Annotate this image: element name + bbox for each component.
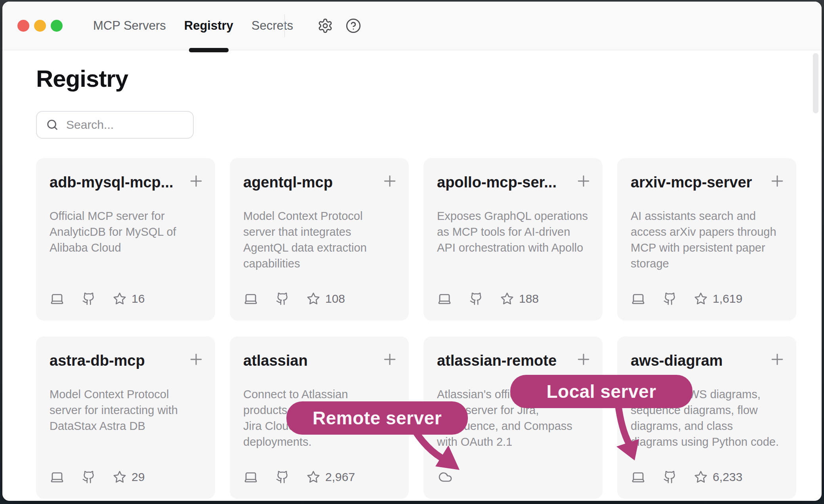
- search-box: [36, 111, 194, 139]
- github-stars: 1,619: [694, 292, 742, 305]
- server-card-footer: 2,967: [243, 470, 355, 485]
- traffic-lights: [17, 20, 63, 32]
- github-stars: 16: [113, 292, 145, 305]
- server-card[interactable]: agentql-mcp Model Context Protocol serve…: [230, 158, 409, 321]
- settings-gear-icon[interactable]: [317, 18, 333, 34]
- star-count: 108: [325, 292, 345, 305]
- star-count: 2,967: [325, 470, 355, 484]
- server-name: astra-db-mcp: [50, 352, 180, 369]
- server-card[interactable]: aws-diagram Generate AWS diagrams, seque…: [617, 336, 796, 499]
- server-card[interactable]: arxiv-mcp-server AI assistants search an…: [617, 158, 796, 321]
- close-button[interactable]: [17, 20, 29, 32]
- server-name: aws-diagram: [631, 352, 761, 369]
- minimize-button[interactable]: [34, 20, 46, 32]
- star-icon: [307, 470, 320, 484]
- server-name: adb-mysql-mcp...: [50, 174, 180, 191]
- server-card-footer: 16: [50, 291, 145, 306]
- server-card-footer: 188: [437, 291, 539, 306]
- github-icon: [663, 470, 677, 484]
- add-server-button[interactable]: [187, 350, 206, 369]
- titlebar: MCP Servers Registry Secrets: [2, 2, 822, 50]
- server-description: Model Context Protocol server that integ…: [243, 208, 399, 271]
- server-name: apollo-mcp-ser...: [437, 174, 568, 191]
- laptop-icon: [243, 292, 258, 306]
- server-description: Connect to Atlassian products. Supports …: [243, 386, 399, 450]
- server-card-footer: [437, 470, 454, 485]
- laptop-icon: [437, 292, 452, 306]
- server-card[interactable]: atlassian Connect to Atlassian products.…: [230, 336, 409, 499]
- add-server-button[interactable]: [574, 350, 593, 369]
- github-icon: [276, 292, 289, 305]
- star-icon: [500, 292, 514, 305]
- server-description: Atlassian's official MCP server for Jira…: [437, 386, 592, 450]
- github-icon: [663, 292, 677, 305]
- laptop-icon: [631, 470, 646, 484]
- server-card[interactable]: astra-db-mcp Model Context Protocol serv…: [36, 336, 215, 499]
- laptop-icon: [243, 470, 258, 484]
- github-stars: 29: [113, 470, 145, 484]
- titlebar-divider: [284, 14, 285, 37]
- tab-bar: MCP Servers Registry Secrets: [84, 2, 302, 50]
- server-card[interactable]: apollo-mcp-ser... Exposes GraphQL operat…: [423, 158, 603, 321]
- search-input[interactable]: [65, 118, 184, 132]
- server-card[interactable]: atlassian-remote Atlassian's official MC…: [423, 336, 603, 499]
- server-card-footer: 1,619: [631, 291, 742, 306]
- github-stars: 108: [307, 292, 345, 305]
- star-count: 16: [132, 292, 145, 305]
- add-server-button[interactable]: [380, 172, 399, 191]
- cloud-icon: [437, 470, 454, 484]
- star-count: 1,619: [713, 292, 742, 305]
- server-name: atlassian: [243, 352, 374, 369]
- add-server-button[interactable]: [574, 172, 593, 191]
- tab-registry[interactable]: Registry: [175, 2, 242, 50]
- star-icon: [113, 292, 126, 305]
- server-card-footer: 6,233: [631, 470, 742, 485]
- server-description: Official MCP server for AnalyticDB for M…: [50, 208, 205, 256]
- github-icon: [276, 470, 289, 484]
- laptop-icon: [50, 470, 65, 484]
- server-description: Generate AWS diagrams, sequence diagrams…: [631, 386, 786, 450]
- server-card-footer: 108: [243, 291, 345, 306]
- star-count: 6,233: [713, 470, 742, 484]
- star-icon: [307, 292, 320, 305]
- github-icon: [82, 470, 95, 484]
- app-window: MCP Servers Registry Secrets Registry: [2, 2, 822, 501]
- laptop-icon: [631, 292, 646, 306]
- zoom-button[interactable]: [51, 20, 63, 32]
- tab-secrets[interactable]: Secrets: [242, 2, 302, 50]
- github-icon: [469, 292, 483, 305]
- server-name: agentql-mcp: [243, 174, 374, 191]
- server-description: AI assistants search and access arXiv pa…: [631, 208, 786, 271]
- server-card-footer: 29: [50, 470, 145, 485]
- server-description: Exposes GraphQL operations as MCP tools …: [437, 208, 592, 256]
- add-server-button[interactable]: [187, 172, 206, 191]
- github-stars: 2,967: [307, 470, 355, 484]
- server-name: atlassian-remote: [437, 352, 568, 369]
- github-icon: [82, 292, 95, 305]
- add-server-button[interactable]: [380, 350, 399, 369]
- add-server-button[interactable]: [768, 172, 787, 191]
- search-icon: [46, 118, 59, 132]
- card-grid: adb-mysql-mcp... Official MCP server for…: [36, 158, 796, 499]
- server-card[interactable]: adb-mysql-mcp... Official MCP server for…: [36, 158, 215, 321]
- help-circle-icon[interactable]: [345, 18, 361, 34]
- page-title: Registry: [36, 65, 128, 92]
- star-icon: [694, 470, 708, 484]
- star-count: 29: [132, 470, 145, 484]
- laptop-icon: [50, 292, 65, 306]
- star-count: 188: [519, 292, 539, 305]
- github-stars: 188: [500, 292, 539, 305]
- tab-mcp-servers[interactable]: MCP Servers: [84, 2, 175, 50]
- server-name: arxiv-mcp-server: [631, 174, 761, 191]
- server-description: Model Context Protocol server for intera…: [50, 386, 205, 434]
- github-stars: 6,233: [694, 470, 742, 484]
- star-icon: [113, 470, 126, 484]
- add-server-button[interactable]: [768, 350, 787, 369]
- star-icon: [694, 292, 708, 305]
- scrollbar-thumb[interactable]: [813, 53, 818, 113]
